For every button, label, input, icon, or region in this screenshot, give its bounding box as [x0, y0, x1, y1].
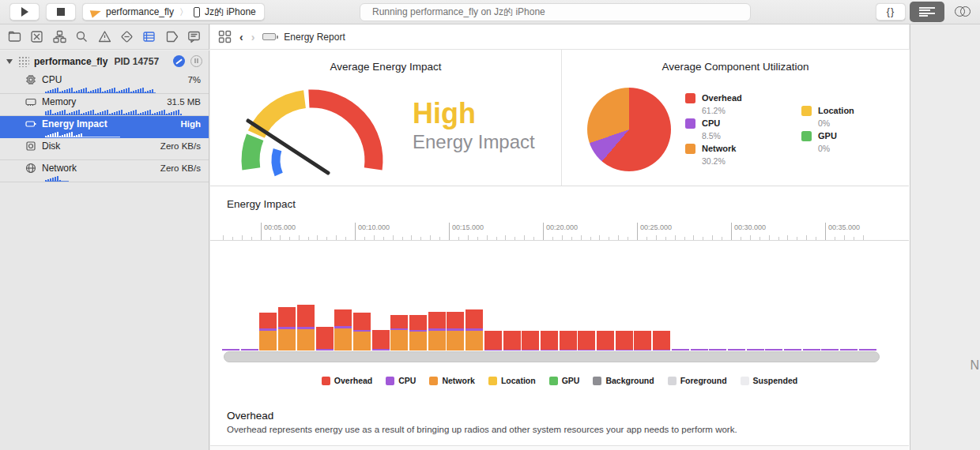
legend-foreground: Foreground: [668, 376, 727, 385]
sidebar-item-memory[interactable]: Memory31.5 MB: [0, 94, 209, 116]
energy-bar: [803, 349, 820, 351]
energy-bar: [672, 349, 689, 351]
right-panel-partial-text: N: [970, 358, 979, 373]
energy-bar: [316, 327, 334, 351]
navigator-breakpoint-icon[interactable]: [165, 30, 179, 43]
stop-button[interactable]: [46, 3, 76, 21]
sidebar-item-cpu[interactable]: CPU7%: [0, 72, 209, 94]
disclosure-triangle-icon[interactable]: [6, 59, 13, 64]
energy-bar: [859, 349, 876, 351]
battery-icon: [262, 33, 276, 40]
scheme-selector[interactable]: performance_fly 〉 Jz的 iPhone: [82, 3, 265, 21]
timeline-section-title: Energy Impact: [227, 198, 296, 210]
energy-report: Average Energy Impact High Energy Impact…: [210, 50, 910, 450]
sidebar-item-label: CPU: [42, 74, 62, 85]
energy-bar: [709, 349, 726, 351]
scheme-app-name[interactable]: performance_fly: [106, 6, 174, 17]
navigator-search-icon[interactable]: [75, 30, 89, 43]
main-toolbar: performance_fly 〉 Jz的 iPhone Running per…: [0, 0, 980, 24]
navigator-symbol-icon[interactable]: [53, 30, 66, 43]
play-icon: [21, 7, 28, 17]
energy-impact-chart[interactable]: [210, 241, 909, 351]
status-text: Running performance_fly on Jz的 iPhone: [372, 6, 545, 19]
sidebar-item-value: High: [180, 119, 201, 129]
energy-bar: [560, 331, 577, 351]
process-header[interactable]: performance_fly PID 14757: [0, 51, 209, 72]
time-ruler[interactable]: 00:05.00000:10.00000:15.00000:20.00000:2…: [210, 222, 909, 241]
version-editor-button[interactable]: [948, 2, 979, 22]
energy-bar: [297, 305, 315, 351]
legend-background: Background: [593, 376, 654, 385]
navigator-project-icon[interactable]: [8, 30, 21, 43]
navigator-test-icon[interactable]: [120, 30, 134, 43]
energy-bar: [522, 331, 539, 351]
energy-bar: [334, 309, 352, 351]
sidebar-item-disk[interactable]: DiskZero KB/s: [0, 138, 209, 160]
horizontal-scrollbar[interactable]: [224, 351, 880, 362]
energy-bar: [484, 331, 502, 351]
standard-editor-button[interactable]: [910, 2, 944, 22]
energy-bar: [278, 307, 296, 351]
energy-bar: [372, 330, 390, 351]
debug-navigator: performance_fly PID 14757 CPU7%Memory31.…: [0, 51, 209, 450]
related-items-icon[interactable]: [218, 30, 232, 43]
component-utilization-pie: [587, 88, 671, 171]
detail-heading: Overhead: [227, 410, 273, 422]
process-pid: PID 14757: [114, 56, 159, 67]
energy-bar: [353, 313, 371, 351]
sidebar-item-label: Network: [42, 163, 77, 174]
energy-bar: [428, 312, 446, 351]
iphone-icon: [194, 7, 200, 17]
cpu-icon: [25, 74, 36, 85]
chart-legend: OverheadCPUNetworkLocationGPUBackgroundF…: [210, 376, 909, 385]
process-name: performance_fly: [34, 56, 107, 67]
energy-bar: [840, 349, 858, 351]
energy-bar: [466, 309, 483, 351]
navigator-report-icon[interactable]: [187, 30, 201, 43]
bottom-fade: [210, 446, 909, 450]
sidebar-item-label: Energy Impact: [42, 118, 107, 129]
navigator-issue-icon[interactable]: [98, 30, 111, 43]
legend-location: Location: [488, 376, 536, 385]
navigator-debug-icon[interactable]: [142, 30, 156, 43]
stop-icon: [57, 8, 65, 16]
app-logo-icon: [91, 7, 101, 17]
energy-bar: [765, 349, 782, 351]
component-utilization-panel: Average Component Utilization Overhead61…: [561, 50, 909, 186]
legend-network: Network: [429, 376, 474, 385]
jump-bar-title[interactable]: Energy Report: [284, 32, 345, 43]
energy-bar: [616, 331, 633, 351]
activity-status-field: Running performance_fly on Jz的 iPhone: [360, 3, 751, 21]
library-button[interactable]: {}: [876, 3, 906, 21]
back-button[interactable]: ‹: [239, 31, 243, 43]
energy-bar: [747, 349, 764, 351]
energy-bar: [409, 315, 427, 351]
energy-bar: [241, 349, 258, 351]
profile-gauge-button[interactable]: [173, 55, 185, 67]
scheme-separator-icon: 〉: [179, 6, 188, 18]
navigator-source-control-icon[interactable]: [30, 30, 43, 43]
scheme-device-name[interactable]: Jz的 iPhone: [205, 6, 256, 19]
editor-lines-icon: [919, 6, 935, 18]
legend-suspended: Suspended: [741, 376, 798, 385]
sidebar-item-energy-impact[interactable]: Energy ImpactHigh: [0, 116, 209, 138]
energy-bar: [634, 331, 651, 351]
memory-icon: [25, 96, 36, 107]
jump-bar: ‹ › Energy Report: [210, 24, 909, 50]
energy-gauge: [237, 78, 401, 182]
energy-bar: [447, 312, 464, 351]
energy-bar: [222, 349, 239, 351]
average-energy-impact-panel: Average Energy Impact High Energy Impact: [210, 50, 561, 186]
sidebar-item-network[interactable]: NetworkZero KB/s: [0, 160, 209, 182]
pie-title: Average Component Utilization: [562, 61, 909, 73]
energy-bar: [390, 315, 408, 351]
energy-bar: [597, 331, 614, 351]
energy-bar: [653, 331, 670, 351]
forward-button[interactable]: ›: [251, 31, 255, 43]
gauge-subtitle: Energy Impact: [413, 131, 535, 153]
section-divider: [210, 186, 909, 186]
pause-process-button[interactable]: [190, 55, 202, 67]
legend-gpu: GPU: [549, 376, 580, 385]
run-button[interactable]: [9, 3, 40, 21]
sidebar-item-label: Disk: [42, 141, 60, 152]
